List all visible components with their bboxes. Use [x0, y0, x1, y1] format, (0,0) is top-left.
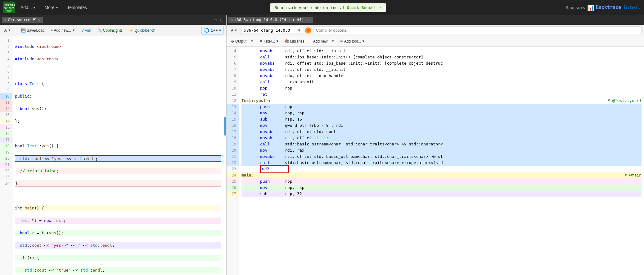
cpp-insights-icon: 🔍: [97, 28, 102, 33]
code-line: [15, 131, 221, 137]
code-line: int main() {: [15, 205, 221, 211]
vim-icon: V: [81, 28, 84, 33]
svg-text:COMPILER: COMPILER: [4, 4, 15, 7]
logo-icon: COMPILER EXPLORER: [3, 2, 15, 13]
filter-icon: ▼: [259, 39, 263, 44]
code-line: // return false;: [15, 168, 221, 174]
asm-line: movabs rdi, offset std::cout: [241, 129, 642, 135]
asm-line: movabs rdi, offset std::__ioinit: [241, 48, 642, 54]
compiler-tab[interactable]: ✎ x86-64 clang 14.0.0 (Editor #1) ✎ ✕: [228, 17, 313, 23]
font-size-button[interactable]: A ▼: [2, 28, 13, 33]
more-button[interactable]: More ▼: [42, 4, 62, 11]
banner-close-icon[interactable]: ✕: [379, 5, 381, 10]
code-line: };: [15, 180, 221, 186]
asm-font-chevron-icon: ▼: [234, 29, 237, 32]
cpp-icon: ⬡: [204, 27, 209, 34]
asm-line: sub rsp, 16: [241, 116, 642, 122]
filter-chevron-icon: ▼: [276, 39, 279, 43]
code-line: bool yes();: [15, 106, 221, 112]
save-icon: 💾: [21, 28, 26, 33]
line-numbers: 12345 678910 111213 1415 1617 1819 2021 …: [0, 36, 12, 275]
asm-line: call std::basic_ostream<char, std::char_…: [241, 160, 642, 166]
logo: COMPILER EXPLORER: [3, 2, 15, 13]
asm-add-new-button[interactable]: + Add new... ▼: [308, 39, 336, 44]
asm-line: mov rbp, rsp: [241, 110, 642, 116]
left-tab-bar: ✎ C++ source #1 ✕ ▱ □: [0, 15, 226, 25]
sponsors-chart-icon: 📊: [587, 4, 594, 11]
compiler-select-arrow-icon: ▼: [298, 28, 300, 33]
save-load-button[interactable]: 💾 Save/Load: [19, 28, 46, 33]
sponsors-section: Sponsors 📊 Backtrace intel.: [566, 4, 641, 11]
asm-line: Test::yes(): # @Test::yes(): [241, 98, 642, 104]
add-new-button[interactable]: + Add new... ▼: [49, 28, 77, 33]
code-line: public:: [15, 93, 221, 99]
benchmark-banner-container: Benchmark your code online at Quick Benc…: [92, 3, 563, 12]
libraries-button[interactable]: 📚 Libraries: [283, 39, 306, 44]
code-line: std::cout << "yes->" << r << std::endl;: [15, 242, 221, 249]
left-panel: ✎ C++ source #1 ✕ ▱ □ A ▼ 💾 Save/Load +: [0, 15, 227, 275]
asm-line: movabs rdi, offset std::ios_base::Init::…: [241, 60, 642, 66]
compiler-tab-bar: ✎ x86-64 clang 14.0.0 (Editor #1) ✎ ✕: [227, 15, 644, 25]
code-text[interactable]: #include <iostream> #include <ostream> c…: [12, 36, 224, 275]
compiler-toolbar: A ▼ x86-64 clang 14.0.0 ▼: [227, 25, 644, 36]
tab-icon: ✎: [4, 18, 7, 22]
asm-line-numbers: 45678 9101112 1314 1516 1718 1920 2122 2…: [227, 47, 239, 275]
code-line: #include <iostream>: [15, 44, 221, 50]
libraries-icon: 📚: [285, 39, 289, 44]
asm-editor[interactable]: 45678 9101112 1314 1516 1718 1920 2122 2…: [227, 47, 644, 275]
compiler-tab-close-icon[interactable]: ✕: [308, 18, 311, 22]
output-chevron-icon: ▼: [250, 39, 254, 43]
asm-line: pop rbp: [241, 85, 642, 91]
asm-line: push rbp: [241, 104, 642, 110]
code-line: Test *t = new Test;: [15, 218, 221, 224]
quick-bench-icon: ⚡: [129, 28, 133, 33]
add-tool-chevron-icon: ▼: [362, 39, 365, 43]
quick-bench-link[interactable]: Quick Bench!: [347, 5, 376, 10]
asm-line: movabs rsi, offset std::__ioinit: [241, 66, 642, 73]
maximize-button[interactable]: □: [219, 17, 224, 23]
filter-button[interactable]: ▼ Filter... ▼: [257, 39, 281, 44]
asm-line: main: # @main: [241, 172, 642, 178]
lang-chevron-icon: ▼: [219, 29, 221, 32]
quick-bench-button[interactable]: ⚡ Quick-bench: [127, 28, 157, 33]
add-chevron-icon: ▼: [33, 6, 36, 9]
add-button[interactable]: Add... ▼: [17, 4, 39, 11]
toolbar-separator-1: [16, 27, 16, 34]
asm-line: call __cxa_atexit: [241, 79, 642, 85]
minimize-button[interactable]: ▱: [212, 17, 218, 23]
asm-line: ret: [241, 91, 642, 98]
code-line: if (r) {: [15, 255, 221, 261]
ud2-box: ud2: [260, 165, 289, 173]
code-line: bool Test::yes() {: [15, 143, 221, 149]
compiler-tab-edit-icon[interactable]: ✎: [305, 18, 307, 22]
status-dot-inner: [306, 28, 310, 33]
cpp-source-tab[interactable]: ✎ C++ source #1 ✕: [2, 17, 43, 23]
navbar: COMPILER EXPLORER Add... ▼ More ▼ Templa…: [0, 0, 644, 15]
templates-button[interactable]: Templates: [64, 4, 90, 11]
asm-font-size-button[interactable]: A ▼: [229, 28, 239, 33]
compiler-select[interactable]: x86-64 clang 14.0.0 ▼: [241, 27, 303, 34]
compiler-options-input[interactable]: [313, 26, 642, 34]
language-selector[interactable]: ⬡ C++ ▼: [201, 26, 224, 35]
code-line: class Test {: [15, 81, 221, 87]
asm-line: push rbp: [241, 178, 642, 185]
right-panel: ✎ x86-64 clang 14.0.0 (Editor #1) ✎ ✕ A …: [227, 15, 644, 275]
output-toolbar: ⚙ Output... ▼ ▼ Filter... ▼ 📚 Libraries …: [227, 36, 644, 47]
cpp-insights-button[interactable]: 🔍 CppInsights: [96, 28, 124, 33]
intel-logo: intel.: [623, 5, 641, 11]
tab-close-icon[interactable]: ✕: [38, 18, 40, 22]
code-line: bool r = t->yes();: [15, 230, 221, 236]
asm-line: call std::basic_ostream<char, std::char_…: [241, 141, 642, 147]
benchmark-banner: Benchmark your code online at Quick Benc…: [270, 3, 386, 12]
editor-toolbar: A ▼ 💾 Save/Load + Add new... ▼ V Vim 🔍 C…: [0, 25, 226, 36]
code-line: };: [15, 118, 221, 124]
add-tool-button[interactable]: ✏ Add tool... ▼: [338, 39, 367, 44]
asm-line: mov qword ptr [rbp - 8], rdi: [241, 122, 642, 129]
plus-icon: +: [51, 28, 53, 33]
status-indicator: [305, 27, 311, 34]
vim-button[interactable]: V Vim: [79, 28, 93, 33]
asm-line: movabs rdx, offset __dso_handle: [241, 73, 642, 79]
output-button[interactable]: ⚙ Output... ▼: [229, 39, 255, 44]
output-icon: ⚙: [231, 39, 234, 44]
code-editor[interactable]: 12345 678910 111213 1415 1617 1819 2021 …: [0, 36, 226, 275]
